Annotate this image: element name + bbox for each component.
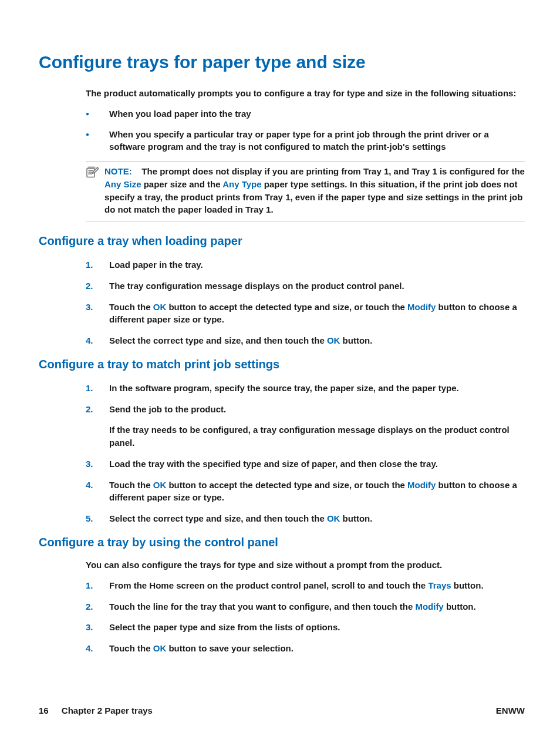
footer-left: 16 Chapter 2 Paper trays <box>39 705 153 715</box>
note-icon <box>86 166 100 216</box>
step-item: Touch the OK button to accept the detect… <box>86 479 525 505</box>
page-title: Configure trays for paper type and size <box>39 52 525 73</box>
bullet-item: When you load paper into the tray <box>86 107 525 120</box>
step-item: Select the paper type and size from the … <box>86 621 525 634</box>
ok-link[interactable]: OK <box>327 335 340 345</box>
steps-list: In the software program, specify the sou… <box>86 382 525 525</box>
section-heading-control-panel: Configure a tray by using the control pa… <box>39 536 525 549</box>
page: Configure trays for paper type and size … <box>0 0 560 746</box>
footer-locale: ENWW <box>496 705 525 715</box>
page-footer: 16 Chapter 2 Paper trays ENWW <box>39 705 525 715</box>
intro-bullets: When you load paper into the tray When y… <box>86 107 525 153</box>
note-segment: paper size and the <box>141 179 223 189</box>
step-item: Send the job to the product.If the tray … <box>86 403 525 449</box>
section-body: You can also configure the trays for typ… <box>86 560 525 655</box>
step-item: Load paper in the tray. <box>86 258 525 271</box>
modify-link[interactable]: Modify <box>407 302 436 312</box>
trays-link[interactable]: Trays <box>428 580 451 590</box>
step-item: Touch the OK button to save your selecti… <box>86 642 525 655</box>
section-body: Load paper in the tray. The tray configu… <box>86 258 525 347</box>
body-content: The product automatically prompts you to… <box>86 88 525 221</box>
step-subparagraph: If the tray needs to be configured, a tr… <box>109 424 525 449</box>
bullet-item: When you specify a particular tray or pa… <box>86 128 525 153</box>
step-item: Load the tray with the specified type an… <box>86 458 525 471</box>
modify-link[interactable]: Modify <box>407 480 436 490</box>
note-box: NOTE: The prompt does not display if you… <box>86 161 525 221</box>
note-text: NOTE: The prompt does not display if you… <box>104 165 525 216</box>
step-item: In the software program, specify the sou… <box>86 382 525 395</box>
any-size-link[interactable]: Any Size <box>104 179 141 189</box>
section-intro: You can also configure the trays for typ… <box>86 560 525 570</box>
note-label: NOTE: <box>104 166 132 176</box>
chapter-label: Chapter 2 Paper trays <box>62 705 153 715</box>
ok-link[interactable]: OK <box>327 513 340 523</box>
ok-link[interactable]: OK <box>153 480 167 490</box>
section-heading-match: Configure a tray to match print job sett… <box>39 358 525 371</box>
step-item: Select the correct type and size, and th… <box>86 334 525 347</box>
note-segment: The prompt does not display if you are p… <box>141 166 525 176</box>
any-type-link[interactable]: Any Type <box>222 179 261 189</box>
ok-link[interactable]: OK <box>153 302 167 312</box>
steps-list: From the Home screen on the product cont… <box>86 579 525 655</box>
step-item: From the Home screen on the product cont… <box>86 579 525 592</box>
step-item: Select the correct type and size, and th… <box>86 512 525 525</box>
section-body: In the software program, specify the sou… <box>86 382 525 525</box>
step-item: The tray configuration message displays … <box>86 280 525 293</box>
steps-list: Load paper in the tray. The tray configu… <box>86 258 525 347</box>
section-heading-loading: Configure a tray when loading paper <box>39 234 525 248</box>
intro-text: The product automatically prompts you to… <box>86 88 525 98</box>
step-item: Touch the OK button to accept the detect… <box>86 301 525 327</box>
step-item: Touch the line for the tray that you wan… <box>86 600 525 613</box>
page-number: 16 <box>39 705 49 715</box>
ok-link[interactable]: OK <box>153 643 167 653</box>
modify-link[interactable]: Modify <box>415 601 443 611</box>
